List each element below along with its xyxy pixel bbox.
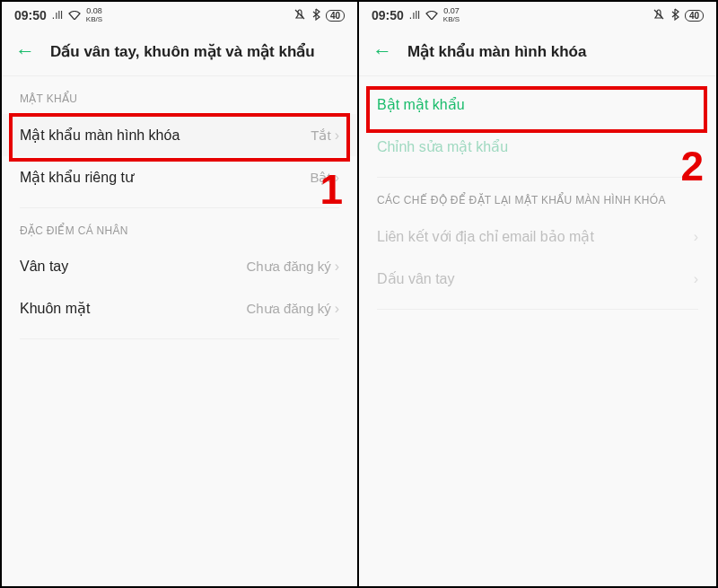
row-value: Chưa đăng ký › — [246, 301, 339, 317]
bluetooth-icon — [670, 8, 679, 23]
back-arrow-icon[interactable]: ← — [14, 39, 36, 63]
row-fingerprint[interactable]: Vân tay Chưa đăng ký › — [2, 246, 357, 287]
data-speed: 0.07KB/S — [443, 7, 460, 23]
signal-icon: .ıll — [409, 9, 420, 22]
header: ← Mật khẩu màn hình khóa — [359, 29, 716, 76]
divider — [377, 309, 698, 310]
row-label: Khuôn mặt — [20, 300, 90, 317]
chevron-right-icon: › — [335, 301, 339, 317]
row-label: Liên kết với địa chỉ email bảo mật — [377, 228, 594, 245]
battery-level: 40 — [326, 10, 345, 22]
phone-screen-2: 09:50 .ıll 0.07KB/S 40 ← Mật khẩu màn hì… — [359, 2, 716, 586]
chevron-right-icon: › — [335, 127, 339, 144]
row-value: Chưa đăng ký › — [246, 259, 339, 275]
mute-icon — [652, 8, 665, 23]
section-header-reset: CÁC CHẾ ĐỘ ĐỂ ĐẶT LẠI MẬT KHẨU MÀN HÌNH … — [359, 178, 716, 215]
section-header-personal: ĐẶC ĐIỂM CÁ NHÂN — [2, 208, 357, 246]
data-speed: 0.08KB/S — [86, 7, 102, 23]
mute-icon — [293, 8, 306, 23]
section-header-password: MẬT KHẨU — [2, 76, 357, 114]
statusbar: 09:50 .ıll 0.08KB/S 40 — [2, 2, 357, 29]
row-face[interactable]: Khuôn mặt Chưa đăng ký › — [2, 287, 357, 329]
chevron-right-icon: › — [694, 229, 698, 245]
row-value: Tắt › — [311, 127, 339, 144]
statusbar-right: 40 — [293, 8, 345, 23]
row-edit-password: Chỉnh sửa mật khẩu — [359, 126, 716, 168]
row-label: Mật khẩu riêng tư — [20, 169, 134, 186]
statusbar-left: 09:50 .ıll 0.07KB/S — [372, 7, 460, 23]
row-value: Bật › — [310, 170, 339, 186]
row-fingerprint-reset: Dấu vân tay › — [359, 258, 716, 300]
bluetooth-icon — [311, 8, 320, 23]
page-title: Mật khẩu màn hình khóa — [407, 42, 586, 61]
row-lock-screen-password[interactable]: Mật khẩu màn hình khóa Tắt › — [2, 114, 357, 156]
chevron-right-icon: › — [335, 259, 339, 275]
chevron-right-icon: › — [335, 170, 339, 186]
content: MẬT KHẨU Mật khẩu màn hình khóa Tắt › Mậ… — [2, 76, 357, 339]
back-arrow-icon[interactable]: ← — [372, 39, 393, 63]
row-enable-password[interactable]: Bật mật khẩu — [359, 83, 716, 126]
row-label: Bật mật khẩu — [377, 96, 465, 113]
phone-screen-1: 09:50 .ıll 0.08KB/S 40 ← Dấu vân tay, kh… — [2, 2, 359, 586]
row-private-password[interactable]: Mật khẩu riêng tư Bật › — [2, 156, 357, 198]
status-time: 09:50 — [372, 8, 404, 22]
statusbar-left: 09:50 .ıll 0.08KB/S — [14, 7, 102, 23]
status-time: 09:50 — [14, 8, 47, 22]
row-email-link: Liên kết với địa chỉ email bảo mật › — [359, 215, 716, 258]
row-label: Dấu vân tay — [377, 270, 454, 287]
wifi-icon — [425, 9, 438, 22]
wifi-icon — [68, 9, 81, 22]
row-label: Chỉnh sửa mật khẩu — [377, 138, 508, 155]
divider — [20, 338, 339, 339]
row-label: Mật khẩu màn hình khóa — [20, 127, 180, 144]
page-title: Dấu vân tay, khuôn mặt và mật khẩu — [50, 42, 315, 61]
row-label: Vân tay — [20, 259, 68, 275]
statusbar-right: 40 — [652, 8, 704, 23]
header: ← Dấu vân tay, khuôn mặt và mật khẩu — [2, 29, 357, 76]
content: Bật mật khẩu Chỉnh sửa mật khẩu CÁC CHẾ … — [359, 76, 716, 310]
signal-icon: .ıll — [52, 9, 63, 22]
battery-level: 40 — [685, 10, 704, 22]
statusbar: 09:50 .ıll 0.07KB/S 40 — [359, 2, 716, 29]
chevron-right-icon: › — [694, 271, 698, 287]
